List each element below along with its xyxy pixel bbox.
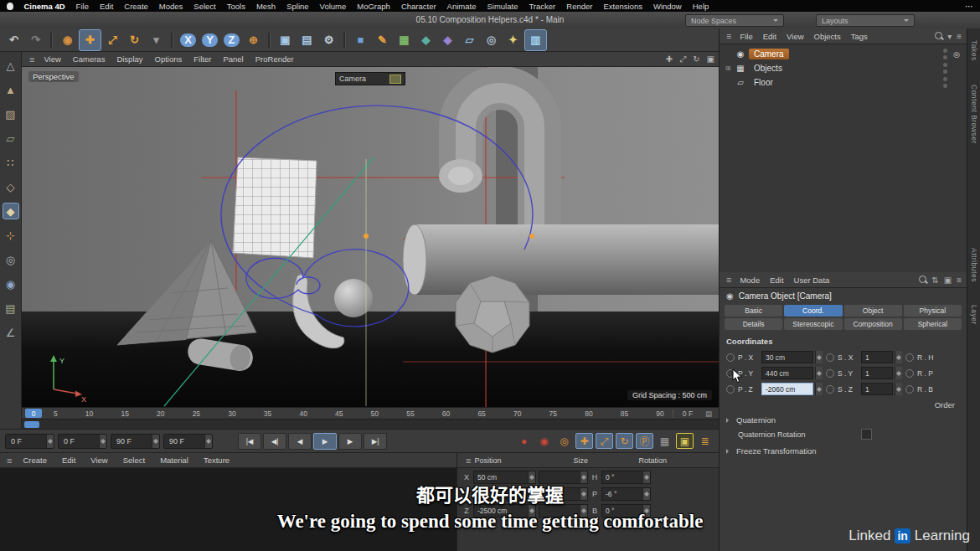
menubar-item[interactable]: Create	[119, 2, 154, 11]
maximize-view-icon[interactable]: ▣	[707, 54, 714, 64]
menubar-item[interactable]: Spline	[281, 2, 314, 11]
record-rotation-toggle[interactable]: ↻	[616, 433, 633, 449]
attribute-tab[interactable]: Coord.	[784, 305, 842, 317]
panel-menu-icon[interactable]: ≡	[723, 31, 735, 41]
keyframe-dot-icon[interactable]	[826, 353, 834, 362]
menubar-item[interactable]: Tools	[221, 2, 250, 11]
viewport-menu-item[interactable]: Options	[149, 54, 188, 64]
menubar-item[interactable]: Modes	[153, 2, 188, 11]
attribute-tab[interactable]: Physical	[904, 305, 962, 317]
stepper-icon[interactable]	[815, 383, 823, 395]
menubar-item[interactable]: Tracker	[524, 2, 561, 11]
filter-icon[interactable]: ▾	[947, 32, 952, 41]
next-frame-button[interactable]: ▶	[338, 433, 362, 450]
menubar-item[interactable]: Render	[561, 2, 598, 11]
freeze-transformation-section-header[interactable]: Freeze Transformation	[720, 442, 967, 457]
object-name[interactable]: Objects	[749, 63, 787, 74]
position-input[interactable]: 30 cm	[761, 351, 813, 363]
stepper-icon[interactable]	[204, 435, 212, 448]
floor-icon[interactable]: ▱	[459, 30, 480, 50]
menubar-item[interactable]: Volume	[314, 2, 352, 11]
object-tag-icon[interactable]: ◎	[951, 50, 962, 59]
rotation-order-label[interactable]: Order	[720, 397, 967, 411]
spline-pen-icon[interactable]: ✎	[372, 30, 393, 50]
keyframe-dot-icon[interactable]	[905, 369, 914, 378]
visibility-dots-icon[interactable]	[943, 77, 948, 88]
z-axis-lock-button[interactable]: Z	[221, 30, 242, 50]
panel-menu-icon[interactable]: ≡	[3, 456, 15, 466]
visibility-dots-icon[interactable]	[943, 49, 948, 59]
object-row[interactable]: ▱ Floor	[720, 75, 967, 90]
camera-menu-icon[interactable]	[389, 75, 401, 84]
options-icon[interactable]: ≡	[957, 276, 962, 285]
generator-icon[interactable]: ◆	[415, 30, 436, 50]
preview-start-field[interactable]: 0 F	[58, 434, 107, 449]
make-editable-icon[interactable]: △	[3, 57, 19, 74]
panel-menu-icon[interactable]: ≡	[462, 456, 474, 466]
y-axis-lock-button[interactable]: Y	[199, 30, 220, 50]
object-name[interactable]: Floor	[749, 77, 778, 88]
camera-icon[interactable]: ◎	[481, 30, 502, 50]
zoom-view-icon[interactable]: ⤢	[679, 54, 686, 64]
lock-icon[interactable]: ▣	[944, 276, 952, 285]
expander-icon[interactable]: ⊞	[724, 64, 732, 72]
snap-icon[interactable]: ◉	[3, 276, 19, 292]
cylinder-object[interactable]	[403, 224, 719, 295]
object-manager-menu-item[interactable]: View	[781, 32, 808, 41]
quaternion-rotation-checkbox[interactable]	[861, 429, 872, 440]
goto-start-button[interactable]: |◀	[238, 433, 261, 450]
pan-view-icon[interactable]: ✚	[666, 54, 673, 64]
rotate-view-icon[interactable]: ↻	[693, 54, 699, 64]
stepper-icon[interactable]	[99, 435, 106, 448]
history-icon[interactable]: ⇅	[931, 276, 938, 285]
perspective-label[interactable]: Perspective	[28, 71, 79, 82]
display-toggle-icon[interactable]: ▥	[524, 29, 547, 51]
undo-icon[interactable]: ↶	[3, 30, 24, 50]
viewport-menu-item[interactable]: Display	[111, 54, 148, 64]
material-menu-item[interactable]: View	[83, 456, 115, 465]
menubar-item[interactable]: File	[70, 2, 94, 11]
stepper-icon[interactable]	[895, 383, 902, 395]
menubar-item[interactable]: Edit	[94, 2, 118, 11]
playhead-marker[interactable]: 0	[25, 409, 42, 418]
record-parameter-toggle[interactable]: Ⓟ	[636, 433, 653, 449]
position-input[interactable]: -2060 cm	[761, 383, 813, 395]
current-frame-field[interactable]: 0 F	[5, 434, 54, 449]
menubar-item[interactable]: MoGraph	[352, 2, 396, 11]
record-keyframe-button[interactable]: ●	[515, 433, 533, 449]
render-picture-viewer-icon[interactable]: ▤	[297, 30, 317, 50]
object-name[interactable]: Camera	[749, 49, 789, 59]
play-button[interactable]: ▶	[313, 433, 337, 450]
keyframe-dot-icon[interactable]	[726, 385, 735, 394]
live-selection-icon[interactable]: ◉	[57, 30, 78, 50]
camera-view-label[interactable]: Camera	[335, 72, 405, 85]
object-manager-menu-item[interactable]: Tags	[846, 32, 873, 41]
more-menu-icon[interactable]: ⋯	[965, 2, 973, 11]
scale-input[interactable]: 1	[861, 351, 893, 363]
quaternion-section-header[interactable]: Quaternion	[720, 411, 967, 426]
menubar-item[interactable]: Animate	[441, 2, 482, 11]
viewport-menu-item[interactable]: Panel	[217, 54, 249, 64]
material-menu-item[interactable]: Select	[116, 456, 152, 465]
menubar-item[interactable]: Character	[395, 2, 441, 11]
viewport-menu-item[interactable]: ProRender	[250, 54, 300, 64]
ruler-options-icon[interactable]: ▤	[702, 409, 715, 418]
apple-menu-icon[interactable]	[7, 3, 13, 10]
x-axis-lock-button[interactable]: X	[178, 30, 199, 50]
render-view-icon[interactable]: ▣	[275, 30, 296, 50]
viewport-3d-canvas[interactable]: Y X Perspective Camera Grid Spacing : 50…	[22, 67, 719, 407]
layouts-dropdown[interactable]: Layouts	[816, 14, 915, 27]
side-tab[interactable]: Takes	[970, 40, 978, 61]
panel-menu-icon[interactable]: ≡	[26, 54, 38, 64]
goto-end-button[interactable]: ▶|	[364, 433, 387, 450]
attribute-tab[interactable]: Composition	[844, 318, 902, 330]
spline-point[interactable]	[529, 234, 534, 239]
texture-mode-icon[interactable]: ▨	[3, 106, 19, 122]
spline-point[interactable]	[364, 234, 369, 239]
autokeying-button[interactable]: ◉	[535, 433, 553, 449]
menubar-item[interactable]: Select	[188, 2, 221, 11]
scale-input[interactable]: 1	[861, 383, 893, 395]
deformer-icon[interactable]: ◈	[437, 30, 458, 50]
keyframe-selection-button[interactable]: ◎	[555, 433, 573, 449]
powerslider-options-button[interactable]: ≣	[696, 433, 714, 449]
